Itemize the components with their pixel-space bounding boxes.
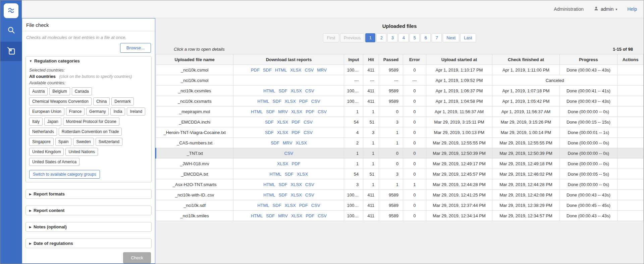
report-link-pdf[interactable]: PDF (306, 213, 314, 218)
report-link-xlsx[interactable]: XLSX (296, 140, 307, 145)
country-button[interactable]: Japan (44, 118, 61, 126)
table-row[interactable]: _EMCDDA.txtHTMLSDFXLSX545130Mar 29, 2019… (156, 169, 644, 179)
report-link-csv[interactable]: CSV (304, 130, 313, 135)
help-link[interactable]: Help (627, 6, 637, 12)
pagination-previous[interactable]: Previous (340, 33, 365, 42)
country-button[interactable]: European Union (29, 107, 64, 116)
report-link-csv[interactable]: CSV (305, 182, 314, 187)
country-button[interactable]: Canada (72, 87, 92, 95)
report-link-xlsx[interactable]: XLSX (277, 161, 288, 166)
report-link-mrv[interactable]: MRV (317, 68, 327, 73)
report-link-sdf[interactable]: SDF (265, 120, 274, 125)
country-button[interactable]: Singapore (29, 138, 54, 146)
report-link-xlsx[interactable]: XLSX (297, 172, 308, 177)
section-header-regulation-categories[interactable]: ▼ Regulation categories (26, 56, 151, 65)
section-header-date-of-regulations[interactable]: ▶ Date of regulations (26, 239, 151, 248)
report-link-csv[interactable]: CSV (311, 99, 320, 104)
country-button[interactable]: United Kingdom (29, 148, 64, 156)
sidebar-item-search[interactable] (0, 21, 22, 40)
table-row[interactable]: _nci10k.sdfHTMLSDFXLSXPDFCSV100004119589… (156, 200, 644, 211)
report-link-html[interactable]: HTML (263, 88, 275, 93)
report-link-html[interactable]: HTML (251, 213, 263, 218)
country-button[interactable]: Belgium (49, 87, 70, 95)
report-link-sdf[interactable]: SDF (285, 172, 293, 177)
table-row[interactable]: _nci10k-with-ID..csvHTMLSDFXLSXCSV100004… (156, 190, 644, 200)
user-menu[interactable]: admin ▾ (594, 6, 617, 12)
report-link-xlsx[interactable]: XLSX (291, 182, 302, 187)
country-button[interactable]: Montreal Protocol for Ozone (63, 118, 119, 126)
table-row[interactable]: _nci10k.smilesHTMLSDFMRVXLSXPDFCSV100004… (156, 211, 644, 221)
report-link-html[interactable]: HTML (257, 99, 269, 104)
report-link-pdf[interactable]: PDF (251, 68, 260, 73)
check-button[interactable]: Check (123, 252, 151, 263)
pagination-1[interactable]: 1 (365, 33, 375, 42)
switch-category-groups-button[interactable]: Switch to available category groups (29, 170, 100, 179)
report-link-mrv[interactable]: MRV (278, 213, 288, 218)
table-row[interactable]: _Heroin-TNT-Viagra-Cocaine.txtSDFXLSXPDF… (156, 127, 644, 138)
section-header-report-content[interactable]: ▶ Report content (26, 206, 151, 215)
report-link-xlsx[interactable]: XLSX (285, 203, 296, 208)
administration-link[interactable]: Administration (554, 6, 584, 12)
report-link-csv[interactable]: CSV (305, 68, 314, 73)
report-link-xlsx[interactable]: XLSX (285, 99, 296, 104)
country-button[interactable]: United Nations (65, 148, 98, 156)
report-link-sdf[interactable]: SDF (273, 203, 281, 208)
pagination-last[interactable]: Last (460, 33, 476, 42)
table-row[interactable]: _nci10k.csmol------------Apr 1, 2019, 1:… (156, 75, 644, 86)
table-row[interactable]: _nci10k.csmolPDFSDFHTMLXLSXCSVMRV1000041… (156, 65, 644, 75)
pagination-4[interactable]: 4 (398, 33, 409, 42)
report-link-xlsx[interactable]: XLSX (277, 120, 288, 125)
country-button[interactable]: Chemical Weapons Convention (29, 97, 92, 105)
table-row[interactable]: _nci10k.cxsmartsHTMLSDFXLSXPDFCSV1000041… (156, 96, 644, 106)
report-link-csv[interactable]: CSV (284, 151, 293, 156)
app-logo[interactable] (4, 3, 18, 18)
report-link-html[interactable]: HTML (251, 109, 263, 114)
report-link-pdf[interactable]: PDF (306, 109, 314, 114)
report-link-html[interactable]: HTML (263, 182, 275, 187)
table-row[interactable]: _TNT.txtCSV1100Mar 29, 2019, 12:50:39 PM… (156, 148, 644, 159)
country-button[interactable]: China (93, 97, 110, 105)
report-link-csv[interactable]: CSV (305, 88, 314, 93)
report-link-sdf[interactable]: SDF (271, 140, 279, 145)
country-button[interactable]: Switzerland (96, 138, 122, 146)
country-button[interactable]: Austria (29, 87, 48, 95)
country-button[interactable]: Italy (29, 118, 43, 126)
pagination-5[interactable]: 5 (410, 33, 420, 42)
country-button[interactable]: Germany (86, 107, 109, 116)
sidebar-item-file-check[interactable] (0, 42, 22, 61)
table-row[interactable]: _mepirapim.molHTMLSDFMRVXLSXPDFCSV1100Ap… (156, 106, 644, 117)
report-link-html[interactable]: HTML (275, 68, 287, 73)
report-link-xlsx[interactable]: XLSX (290, 68, 301, 73)
country-button[interactable]: Rotterdam Convention on Trade (59, 128, 122, 136)
pagination-first[interactable]: First (323, 33, 339, 42)
country-button[interactable]: Sweden (73, 138, 94, 146)
country-button[interactable]: Denmark (111, 97, 134, 105)
report-link-csv[interactable]: CSV (311, 203, 320, 208)
report-link-sdf[interactable]: SDF (273, 99, 281, 104)
report-link-sdf[interactable]: SDF (279, 192, 287, 197)
section-header-report-formats[interactable]: ▶ Report formats (26, 189, 151, 199)
report-link-csv[interactable]: CSV (305, 192, 314, 197)
table-row[interactable]: _EMCDDA.inchiSDFXLSXPDFCSV545130Mar 29, … (156, 117, 644, 127)
report-link-pdf[interactable]: PDF (291, 130, 300, 135)
report-link-csv[interactable]: CSV (318, 109, 327, 114)
table-row[interactable]: _JWH-018.mrvXLSXPDF1100Mar 29, 2019, 12:… (156, 159, 644, 169)
report-link-mrv[interactable]: MRV (283, 140, 292, 145)
pagination-7[interactable]: 7 (432, 33, 442, 42)
table-row[interactable]: _nci10k.cxsmilesHTMLSDFXLSXCSV1000041195… (156, 86, 644, 96)
pagination-2[interactable]: 2 (376, 33, 386, 42)
report-link-pdf[interactable]: PDF (299, 99, 308, 104)
report-link-csv[interactable]: CSV (304, 120, 313, 125)
report-link-html[interactable]: HTML (270, 172, 281, 177)
pagination-next[interactable]: Next (443, 33, 459, 42)
table-row[interactable]: _Asx-H2O-TNT.smartsHTMLSDFXLSXCSV3111Mar… (156, 179, 644, 190)
report-link-html[interactable]: HTML (263, 192, 275, 197)
country-button[interactable]: United States of America (29, 158, 79, 166)
report-link-pdf[interactable]: PDF (291, 120, 300, 125)
report-link-sdf[interactable]: SDF (263, 68, 272, 73)
report-link-sdf[interactable]: SDF (266, 109, 275, 114)
report-link-xlsx[interactable]: XLSX (291, 192, 302, 197)
pagination-3[interactable]: 3 (387, 33, 397, 42)
report-link-xlsx[interactable]: XLSX (291, 109, 302, 114)
report-link-sdf[interactable]: SDF (266, 213, 275, 218)
